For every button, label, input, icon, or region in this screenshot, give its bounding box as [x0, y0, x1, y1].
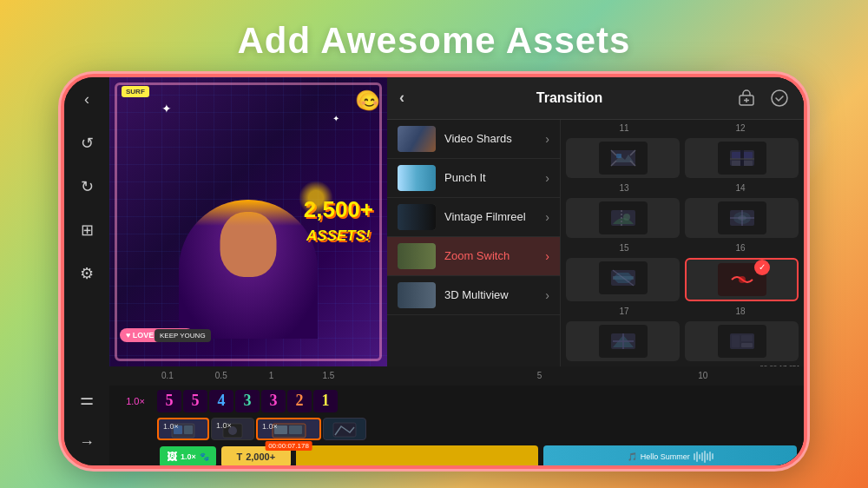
grid-num-15: 15	[566, 243, 682, 253]
grid-item-18-preview	[718, 325, 766, 358]
clip-1[interactable]: 1.0×	[157, 418, 209, 440]
keep-young-sticker: KEEP YOUNG	[155, 329, 211, 342]
ruler-mark-15: 1.5	[322, 371, 376, 380]
phone-frame: ‹ ↺ ↻ ⊞ ⚙ ⚌ →	[61, 74, 807, 469]
svg-rect-11	[740, 150, 744, 166]
num-1: 1	[313, 390, 338, 412]
3d-multiview-chevron: ›	[545, 288, 549, 302]
undo-icon[interactable]: ↺	[73, 129, 101, 157]
timestamp-badge: 00:00:07.178	[265, 441, 312, 451]
store-button[interactable]	[734, 86, 759, 110]
right-panel: ‹ Transition	[387, 77, 804, 366]
layers-icon[interactable]: ⚌	[73, 386, 101, 413]
settings-icon[interactable]: ⚙	[73, 260, 101, 287]
grid-icon[interactable]: ⊞	[73, 216, 101, 244]
svg-rect-8	[743, 152, 753, 159]
grid-num-16: 16	[682, 243, 799, 253]
num-3a: 3	[235, 390, 260, 412]
grid-item-15-preview	[599, 261, 648, 294]
svg-point-3	[772, 90, 787, 106]
zoom-switch-label: Zoom Switch	[444, 249, 545, 262]
svg-point-14	[623, 214, 630, 221]
grid-num-18: 18	[682, 307, 799, 316]
3d-multiview-thumb	[398, 282, 436, 308]
video-clips-content: 1.0× 1.0×	[157, 417, 797, 441]
timeline-ruler: 0.1 0.5 1 1.5 5 10	[109, 366, 804, 386]
punch-it-label: Punch It	[444, 171, 545, 184]
panel-body: Video Shards › Punch It ›	[387, 120, 804, 366]
svg-rect-5	[616, 154, 621, 158]
grid-num-13: 13	[566, 183, 682, 193]
grid-area: 11 12	[561, 120, 804, 366]
main-content: SURF 😊 ✦ ✦ 2,500+ ASSETS! ♥ LOVE MYSELF	[109, 77, 804, 465]
panel-back-button[interactable]: ‹	[399, 89, 404, 107]
page-wrapper: Add Awesome Assets ‹ ↺ ↻ ⊞ ⚙ ⚌ →	[0, 0, 868, 488]
ruler-mark-5: 5	[537, 371, 591, 380]
grid-item-18[interactable]: 00:00:17.651	[685, 321, 799, 361]
grid-item-12-preview	[718, 142, 766, 175]
grid-num-14: 14	[682, 183, 799, 193]
back-icon[interactable]: ‹	[73, 86, 101, 114]
svg-rect-31	[732, 335, 740, 347]
grid-item-14[interactable]	[685, 198, 799, 238]
transition-item-zoom-switch[interactable]: Zoom Switch ›	[387, 237, 560, 276]
grid-item-13[interactable]	[566, 198, 680, 238]
redo-icon[interactable]: ↻	[73, 173, 101, 201]
svg-point-25	[739, 276, 746, 283]
transition-item-3d-multiview[interactable]: 3D Multiview ›	[387, 276, 560, 315]
left-sidebar: ‹ ↺ ↻ ⊞ ⚙ ⚌ →	[64, 77, 109, 465]
waveform	[694, 451, 713, 463]
punch-it-chevron: ›	[545, 171, 549, 185]
clip-2[interactable]: 1.0×	[211, 418, 254, 440]
panel-title: Transition	[413, 90, 726, 106]
grid-item-11[interactable]	[566, 138, 680, 178]
grid-item-12[interactable]	[685, 138, 799, 178]
grid-item-17[interactable]	[566, 321, 680, 361]
zoom-switch-thumb	[398, 243, 436, 269]
star-deco: ✦	[161, 102, 172, 115]
track-icon-1: 1.0×	[116, 396, 155, 406]
page-title: Add Awesome Assets	[238, 20, 631, 62]
confirm-button[interactable]	[767, 86, 792, 110]
transition-item-punch-it[interactable]: Punch It ›	[387, 159, 560, 198]
panel-header-icons	[734, 86, 792, 110]
grid-item-17-preview	[599, 325, 648, 358]
num-5a: 5	[157, 390, 181, 412]
panel-header: ‹ Transition	[387, 77, 804, 120]
transition-grid-2	[561, 193, 804, 243]
zoom-switch-chevron: ›	[545, 249, 549, 263]
export-icon[interactable]: →	[73, 429, 101, 457]
grid-num-12: 12	[682, 123, 799, 133]
top-row: SURF 😊 ✦ ✦ 2,500+ ASSETS! ♥ LOVE MYSELF	[109, 77, 804, 366]
ruler-mark-01: 0.1	[161, 371, 215, 380]
video-shards-label: Video Shards	[444, 132, 545, 145]
transition-item-video-shards[interactable]: Video Shards ›	[387, 120, 560, 159]
num-4: 4	[209, 390, 233, 412]
ruler-mark-05: 0.5	[215, 371, 269, 380]
music-track[interactable]: 🎵 Hello Summer	[543, 445, 797, 468]
transition-item-vintage-filmreel[interactable]: Vintage Filmreel ›	[387, 198, 560, 237]
number-blocks-track: 1.0× 5 5 4 3 3 2 1	[116, 389, 797, 413]
svg-rect-9	[732, 161, 741, 166]
yellow-clip[interactable]	[296, 445, 539, 468]
grid-item-15[interactable]	[566, 258, 680, 301]
clip-4[interactable]	[323, 418, 366, 440]
punch-it-thumb	[398, 165, 436, 191]
ruler-mark-1: 1	[269, 371, 323, 380]
num-3b: 3	[261, 390, 286, 412]
svg-rect-41	[289, 425, 302, 434]
svg-rect-32	[741, 335, 753, 341]
sticker-tool[interactable]: 🖼 1.0× 🐾	[160, 446, 216, 467]
star2-deco: ✦	[332, 114, 339, 123]
svg-rect-33	[741, 343, 753, 347]
grid-item-14-preview	[718, 201, 766, 234]
grid-numbers-header: 11 12	[561, 120, 804, 133]
grid-item-16[interactable]: ✓	[685, 258, 799, 301]
emoji-sticker: 😊	[358, 91, 380, 112]
star-burst	[299, 181, 333, 215]
transition-grid-3: ✓	[561, 253, 804, 307]
clip-3[interactable]: 1.0× 00:00:07.178	[256, 418, 321, 440]
svg-rect-4	[611, 150, 635, 166]
video-preview: SURF 😊 ✦ ✦ 2,500+ ASSETS! ♥ LOVE MYSELF	[109, 77, 387, 366]
transition-grid	[561, 133, 804, 183]
